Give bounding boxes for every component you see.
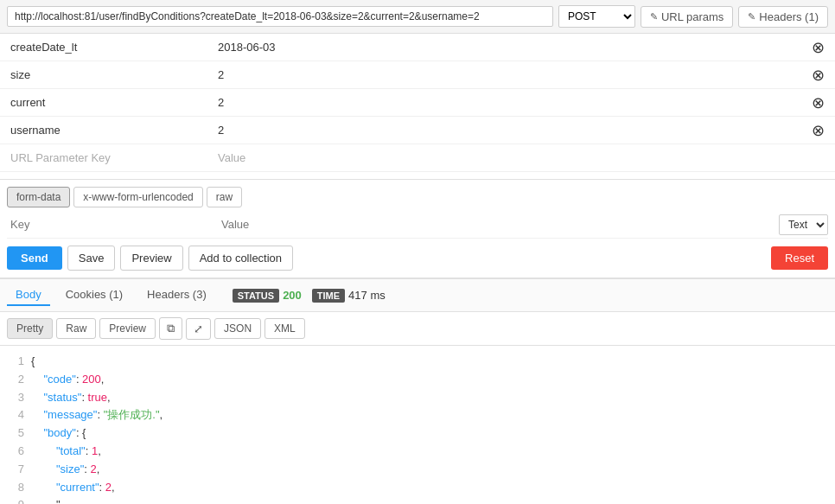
param-delete-0[interactable]: ⊗ [807, 37, 828, 58]
line-num-2: 2 [7, 371, 24, 389]
code-line-8: 8 "current": 2, [7, 479, 828, 497]
view-preview-button[interactable]: Preview [99, 318, 156, 339]
action-bar: Send Save Preview Add to collection Rese… [0, 239, 835, 278]
param-key-1[interactable] [7, 61, 214, 88]
code-line-3: 3 "status": true, [7, 389, 828, 407]
line-num-1: 1 [7, 353, 24, 371]
time-label: TIME [312, 289, 345, 303]
url-bar: GETPOSTPUTDELETEPATCHHEADOPTIONS ✎ URL p… [0, 0, 835, 34]
code-line-5: 5 "body": { [7, 424, 828, 443]
param-key-2[interactable] [7, 89, 214, 116]
reset-button[interactable]: Reset [771, 246, 828, 270]
code-line-2: 2 "code": 200, [7, 371, 828, 389]
line-num-5: 5 [7, 424, 24, 443]
param-delete-3[interactable]: ⊗ [807, 120, 828, 141]
kv-key-input[interactable] [7, 211, 214, 238]
param-row: ⊗ [0, 89, 835, 117]
kv-type-select[interactable]: Text File [779, 214, 828, 235]
param-key-0[interactable] [7, 34, 214, 61]
param-value-2[interactable] [214, 89, 807, 116]
response-tabs: Body Cookies (1) Headers (3) STATUS 200 … [0, 279, 835, 312]
resp-tab-body[interactable]: Body [7, 284, 50, 306]
line-num-6: 6 [7, 443, 24, 461]
view-raw-button[interactable]: Raw [56, 318, 96, 339]
param-value-3[interactable] [214, 117, 807, 144]
code-line-1: 1 { [7, 353, 828, 371]
line-num-8: 8 [7, 479, 24, 497]
tab-raw[interactable]: raw [207, 187, 242, 207]
view-bar: Pretty Raw Preview ⧉ ⤢ JSON XML [0, 312, 835, 346]
param-value-1[interactable] [214, 61, 807, 88]
kv-value-input[interactable] [218, 211, 775, 238]
code-line-4: 4 "message": "操作成功.", [7, 406, 828, 424]
url-params-label: URL params [661, 10, 723, 23]
headers-button[interactable]: ✎ Headers (1) [738, 6, 828, 28]
code-line-7: 7 "size": 2, [7, 461, 828, 479]
code-area: 1 { 2 "code": 200, 3 "status": true, 4 "… [0, 346, 835, 504]
headers-label: Headers (1) [759, 10, 819, 23]
save-button[interactable]: Save [67, 246, 116, 271]
kv-row: Text File [7, 211, 828, 239]
edit-icon2: ✎ [748, 11, 755, 22]
line-num-9: 9 [7, 496, 24, 504]
tab-form-data[interactable]: form-data [7, 187, 70, 207]
param-value-empty[interactable] [214, 144, 828, 171]
param-delete-2[interactable]: ⊗ [807, 93, 828, 113]
param-row: ⊗ [0, 117, 835, 144]
method-select[interactable]: GETPOSTPUTDELETEPATCHHEADOPTIONS [558, 5, 635, 28]
param-row: ⊗ [0, 61, 835, 89]
param-row-empty [0, 144, 835, 172]
params-section: ⊗ ⊗ ⊗ ⊗ [0, 34, 835, 180]
param-key-3[interactable] [7, 117, 214, 144]
kv-section: Text File [0, 211, 835, 239]
resp-tab-headers[interactable]: Headers (3) [138, 284, 215, 306]
send-button[interactable]: Send [7, 246, 62, 270]
format-json-button[interactable]: JSON [214, 318, 261, 339]
line-num-7: 7 [7, 461, 24, 479]
line-num-4: 4 [7, 406, 24, 424]
tab-urlencoded[interactable]: x-www-form-urlencoded [73, 187, 202, 207]
body-tabs: form-data x-www-form-urlencoded raw [0, 180, 835, 211]
url-params-button[interactable]: ✎ URL params [641, 6, 733, 28]
param-delete-1[interactable]: ⊗ [807, 65, 828, 86]
preview-button[interactable]: Preview [120, 246, 182, 271]
edit-icon: ✎ [650, 11, 658, 22]
param-value-0[interactable] [214, 34, 807, 61]
code-line-9: 9 "... [7, 496, 828, 504]
status-code: 200 [283, 289, 302, 302]
status-label: STATUS [233, 289, 279, 303]
view-pretty-button[interactable]: Pretty [7, 318, 53, 339]
param-key-empty[interactable] [7, 144, 214, 171]
param-row: ⊗ [0, 34, 835, 61]
url-input[interactable] [7, 6, 553, 27]
copy-icon-button[interactable]: ⧉ [159, 317, 182, 340]
line-num-3: 3 [7, 389, 24, 407]
status-badge: STATUS 200 TIME 417 ms [233, 289, 386, 303]
format-xml-button[interactable]: XML [265, 318, 305, 339]
add-collection-button[interactable]: Add to collection [188, 246, 293, 271]
code-line-6: 6 "total": 1, [7, 443, 828, 461]
resp-tab-cookies[interactable]: Cookies (1) [57, 284, 131, 306]
expand-icon-button[interactable]: ⤢ [186, 318, 211, 340]
time-value: 417 ms [348, 289, 386, 302]
